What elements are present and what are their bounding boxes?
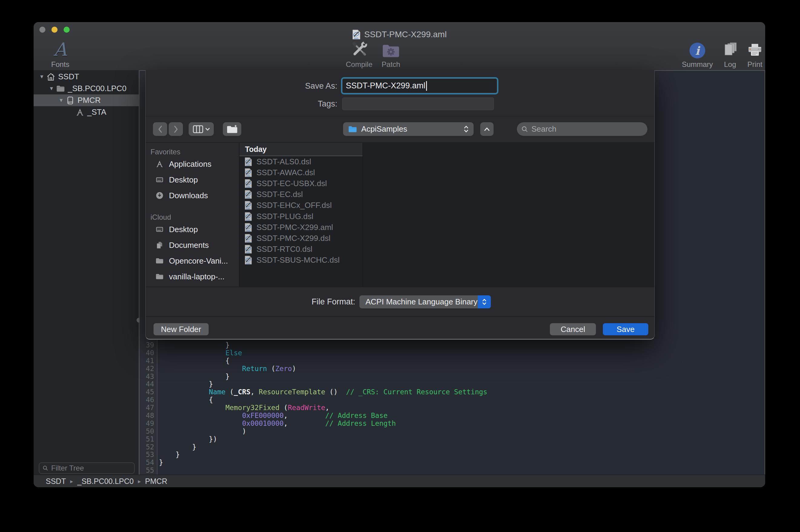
print-icon (744, 36, 765, 58)
sidebar-item-label: Downloads (169, 191, 208, 200)
code-line: 49 0x00010000, // Address Length (139, 420, 765, 428)
file-row-ssdt-sbus-mchc-dsl[interactable]: DSLSSDT-SBUS-MCHC.dsl (240, 255, 362, 266)
toolbar-fonts-button[interactable]: A Fonts (39, 36, 81, 69)
save-button-label: Save (616, 325, 634, 334)
svg-text:DSL: DSL (246, 164, 250, 167)
toolbar-log-button[interactable]: Log (716, 36, 744, 69)
file-format-popup[interactable]: ACPI Machine Language Binary (359, 296, 491, 308)
tree-item-sta[interactable]: _STA (34, 106, 139, 118)
back-button[interactable] (153, 122, 167, 136)
svg-text:DSL: DSL (246, 251, 250, 254)
toolbar-print-button[interactable]: Print (744, 36, 765, 69)
tree-item-ssdt[interactable]: ▼SSDT (34, 71, 139, 82)
breadcrumb-item-ssdt[interactable]: SSDT (46, 477, 66, 486)
line-number: 49 (139, 420, 157, 428)
svg-text:DSL: DSL (246, 175, 250, 177)
sidebar-item-label: Desktop (169, 175, 198, 185)
code-line: 50 ) (139, 428, 765, 435)
location-name: AcpiSamples (361, 125, 407, 134)
tags-label: Tags: (146, 97, 337, 110)
code-line: 52 } (139, 443, 765, 451)
breadcrumb-separator: ▸ (138, 478, 141, 485)
line-number: 47 (139, 404, 157, 412)
forward-button[interactable] (169, 122, 183, 136)
breadcrumb-item-pmcr[interactable]: PMCR (145, 477, 167, 486)
toolbar-patch-button[interactable]: Patch (377, 36, 405, 69)
file-row-ssdt-pmc-x299-aml[interactable]: AMLSSDT-PMC-X299.aml (240, 222, 362, 233)
sidebar-item-label: Opencore-Vani... (169, 256, 228, 266)
sidebar-item-desktop[interactable]: Desktop (146, 172, 239, 188)
cancel-button[interactable]: Cancel (550, 323, 596, 335)
line-number: 45 (139, 388, 157, 396)
chevron-left-icon (158, 125, 163, 133)
sidebar-item-desktop[interactable]: Desktop (146, 222, 239, 237)
sidebar-tree-items: ▼SSDT▼_SB.PC00.LPC0▼PMCR_STA (34, 71, 139, 118)
location-popup[interactable]: AcpiSamples (343, 122, 473, 136)
disclosure-triangle-icon[interactable]: ▼ (38, 74, 46, 80)
file-row-ssdt-plug-dsl[interactable]: DSLSSDT-PLUG.dsl (240, 211, 362, 222)
sidebar-section-title: iCloud (146, 211, 239, 222)
new-folder-icon (226, 125, 238, 134)
save-button[interactable]: Save (603, 323, 648, 335)
save-as-value: SSDT-PMC-X299.aml (346, 81, 425, 91)
line-number: 54 (139, 459, 157, 467)
tree-item-label: _SB.PC00.LPC0 (68, 84, 127, 93)
file-row-ssdt-als0-dsl[interactable]: DSLSSDT-ALS0.dsl (240, 156, 362, 167)
file-row-ssdt-awac-dsl[interactable]: DSLSSDT-AWAC.dsl (240, 167, 362, 178)
file-name: SSDT-AWAC.dsl (257, 168, 315, 177)
line-number: 39 (139, 341, 157, 349)
up-directory-button[interactable] (480, 122, 494, 136)
sidebar-item-label: Desktop (169, 225, 198, 234)
search-input[interactable]: Search (517, 122, 647, 136)
file-name: SSDT-EHCx_OFF.dsl (257, 201, 332, 210)
search-icon (521, 126, 528, 133)
tree-item-pmcr[interactable]: ▼PMCR (34, 94, 139, 106)
disclosure-triangle-icon[interactable]: ▼ (48, 86, 55, 92)
toolbar-compile-button[interactable]: Compile (341, 36, 377, 69)
file-row-ssdt-ehcx-off-dsl[interactable]: DSLSSDT-EHCx_OFF.dsl (240, 200, 362, 211)
code-line: 39 } (139, 341, 765, 349)
new-folder-button[interactable]: New Folder (153, 323, 209, 335)
editor-right-border (765, 71, 765, 475)
patch-icon (377, 36, 405, 58)
tags-input[interactable] (342, 97, 494, 110)
new-folder-icon-button[interactable] (223, 122, 241, 136)
sidebar-item-documents[interactable]: Documents (146, 237, 239, 253)
view-mode-button[interactable] (189, 122, 214, 136)
file-format-label: File Format: (264, 287, 355, 316)
filter-tree-placeholder: Filter Tree (51, 464, 84, 472)
file-format-value: ACPI Machine Language Binary (366, 297, 478, 307)
text-caret (426, 81, 427, 91)
save-as-input[interactable]: SSDT-PMC-X299.aml (341, 77, 498, 94)
file-row-ssdt-rtc0-dsl[interactable]: DSLSSDT-RTC0.dsl (240, 244, 362, 255)
file-browser: FavoritesApplicationsDesktopDownloadsiCl… (146, 143, 654, 287)
popup-chevrons-cap (478, 296, 491, 308)
search-icon (42, 465, 49, 471)
filter-tree-input[interactable]: Filter Tree (39, 462, 135, 474)
breadcrumb-item-sb-pc00-lpc0[interactable]: _SB.PC00.LPC0 (77, 477, 133, 486)
disclosure-triangle-icon[interactable]: ▼ (57, 97, 65, 103)
tree-item-sb-pc00-lpc0[interactable]: ▼_SB.PC00.LPC0 (34, 82, 139, 94)
sidebar-item-opencore-vani[interactable]: Opencore-Vani... (146, 253, 239, 269)
sidebar-item-downloads[interactable]: Downloads (146, 188, 239, 203)
code-area[interactable]: 39 }40 Else41 {42 Return (Zero)43 }44 }4… (139, 341, 765, 475)
folderGray-icon (155, 272, 164, 281)
file-row-ssdt-ec-dsl[interactable]: DSLSSDT-EC.dsl (240, 189, 362, 200)
svg-text:DSL: DSL (246, 262, 250, 265)
code-line: 55 (139, 467, 765, 475)
toolbar-summary-button[interactable]: i Summary (678, 36, 716, 69)
code-line: 54} (139, 459, 765, 467)
sidebar-item-vanilla-laptop[interactable]: vanilla-laptop-... (146, 269, 239, 284)
document-icon: DSL (244, 255, 252, 265)
file-row-ssdt-pmc-x299-dsl[interactable]: DSLSSDT-PMC-X299.dsl (240, 233, 362, 244)
desktop-icon (155, 175, 164, 184)
dialog-sidebar: FavoritesApplicationsDesktopDownloadsiCl… (146, 143, 239, 287)
file-row-ssdt-ec-usbx-dsl[interactable]: DSLSSDT-EC-USBX.dsl (240, 178, 362, 189)
tree-item-label: _STA (87, 108, 106, 117)
svg-text:DSL: DSL (246, 186, 250, 188)
file-name: SSDT-EC-USBX.dsl (257, 179, 327, 188)
fonts-icon: A (54, 40, 67, 58)
code-line: 45 Name (_CRS, ResourceTemplate () // _C… (139, 388, 765, 396)
compile-icon (341, 36, 377, 58)
sidebar-item-applications[interactable]: Applications (146, 156, 239, 172)
